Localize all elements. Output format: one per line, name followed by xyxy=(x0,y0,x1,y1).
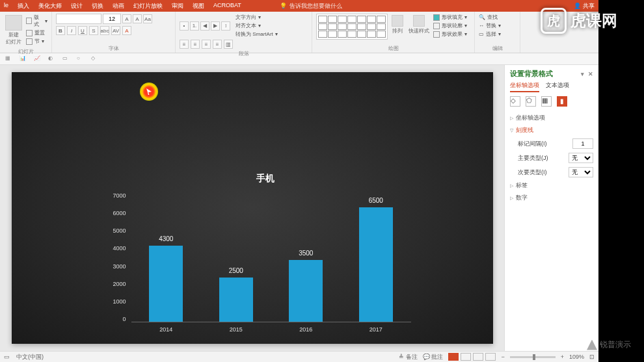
section-tick-marks[interactable]: 刻度线 xyxy=(510,124,593,136)
watermark-bottom: 锐普演示 xyxy=(587,339,631,350)
font-color-button[interactable]: A xyxy=(122,26,131,35)
tab-animations[interactable]: 动画 xyxy=(113,2,124,10)
shadow-button[interactable]: abc xyxy=(100,26,109,35)
tab-view[interactable]: 视图 xyxy=(193,2,204,10)
tab-file[interactable]: le xyxy=(4,2,8,10)
replace-button[interactable]: ↔替换 ▾ xyxy=(479,22,516,29)
bold-button[interactable]: B xyxy=(56,26,65,35)
tell-me-search[interactable]: 💡 告诉我您想要做什么 xyxy=(280,2,342,10)
numbering-button[interactable]: 1. xyxy=(190,21,199,31)
clear-format-button[interactable]: Aa xyxy=(143,14,152,23)
bar[interactable]: 6500 xyxy=(359,207,393,322)
arrange-button[interactable]: 排列 xyxy=(390,14,405,36)
increase-indent-button[interactable]: ▶ xyxy=(211,21,220,31)
main-area: 手机 01000200030004000500060007000 4300250… xyxy=(0,65,598,351)
layout-button[interactable]: 版式 ▾ xyxy=(26,14,47,28)
line-spacing-button[interactable]: ↕ xyxy=(221,21,230,31)
normal-view-button[interactable] xyxy=(448,353,459,361)
tab-insert[interactable]: 插入 xyxy=(18,2,29,10)
align-text-button[interactable]: 对齐文本 ▾ xyxy=(235,22,278,29)
shape-fill-button[interactable]: 形状填充 ▾ xyxy=(433,14,467,21)
font-family-select[interactable] xyxy=(56,14,101,24)
slide-editor[interactable]: 手机 01000200030004000500060007000 4300250… xyxy=(0,65,504,351)
qa-icon-5[interactable]: ▭ xyxy=(62,55,70,63)
font-size-select[interactable] xyxy=(103,14,121,24)
tab-beautify[interactable]: 美化大师 xyxy=(38,2,62,10)
align-right-button[interactable]: ≡ xyxy=(202,40,211,49)
fit-window-button[interactable]: ⊡ xyxy=(589,354,595,360)
bar[interactable]: 4300 xyxy=(149,246,183,322)
find-button[interactable]: 🔍查找 xyxy=(479,14,516,21)
effects-icon[interactable]: ⬠ xyxy=(526,96,536,107)
tab-slideshow[interactable]: 幻灯片放映 xyxy=(133,2,163,10)
text-options-tab[interactable]: 文本选项 xyxy=(546,81,569,92)
section-number[interactable]: 数字 xyxy=(510,192,593,204)
powerpoint-window: le 插入 美化大师 设计 切换 动画 幻灯片放映 审阅 视图 ACROBAT … xyxy=(0,0,598,362)
comments-button[interactable]: 💬 批注 xyxy=(423,353,444,361)
qa-icon-6[interactable]: ○ xyxy=(77,55,85,63)
qa-icon-4[interactable]: ◐ xyxy=(48,55,56,63)
decrease-indent-button[interactable]: ◀ xyxy=(200,21,209,31)
title-bar: le 插入 美化大师 设计 切换 动画 幻灯片放映 审阅 视图 ACROBAT … xyxy=(0,0,598,12)
slide-canvas[interactable]: 手机 01000200030004000500060007000 4300250… xyxy=(12,72,493,344)
zoom-in-button[interactable]: + xyxy=(561,354,564,360)
slideshow-view-button[interactable] xyxy=(485,353,496,361)
size-icon[interactable]: ▦ xyxy=(541,96,552,107)
select-icon: ▭ xyxy=(479,31,484,37)
bar[interactable]: 2500 xyxy=(219,278,253,322)
bar-value-label: 4300 xyxy=(159,235,173,242)
section-labels[interactable]: 标签 xyxy=(510,179,593,192)
major-type-select[interactable]: 无 xyxy=(569,153,593,163)
section-button[interactable]: 节 ▾ xyxy=(26,38,47,45)
tab-acrobat[interactable]: ACROBAT xyxy=(213,2,241,10)
quick-styles-button[interactable]: 快速样式 xyxy=(407,14,431,36)
qa-icon-7[interactable]: ◇ xyxy=(91,55,99,63)
minor-type-select[interactable]: 无 xyxy=(569,167,593,177)
bullets-button[interactable]: • xyxy=(180,21,189,31)
mark-interval-input[interactable] xyxy=(572,138,593,149)
select-button[interactable]: ▭选择 ▾ xyxy=(479,31,516,38)
increase-font-button[interactable]: A xyxy=(122,14,131,23)
qa-icon-3[interactable]: 📈 xyxy=(34,55,42,63)
text-direction-button[interactable]: 文字方向 ▾ xyxy=(235,14,278,21)
columns-button[interactable]: ▥ xyxy=(224,40,233,49)
underline-button[interactable]: U xyxy=(78,26,87,35)
new-slide-button[interactable]: 新建 幻灯片 xyxy=(4,14,23,47)
shape-effects-button[interactable]: 形状效果 ▾ xyxy=(433,31,467,38)
qa-icon-1[interactable]: ▦ xyxy=(5,55,13,63)
shapes-gallery[interactable] xyxy=(316,14,388,40)
chart-title: 手机 xyxy=(256,173,275,185)
align-center-button[interactable]: ≡ xyxy=(191,40,200,49)
decrease-font-button[interactable]: A xyxy=(133,14,142,23)
language-indicator[interactable]: 中文(中国) xyxy=(16,353,44,361)
strike-button[interactable]: S xyxy=(89,26,98,35)
justify-button[interactable]: ≡ xyxy=(213,40,222,49)
sorter-view-button[interactable] xyxy=(461,353,471,361)
reset-button[interactable]: 重置 xyxy=(26,29,47,36)
bar-chart[interactable]: 手机 01000200030004000500060007000 4300250… xyxy=(109,179,422,361)
notes-button[interactable]: ≜ 备注 xyxy=(399,353,418,361)
bar[interactable]: 3500 xyxy=(289,260,323,322)
tab-design[interactable]: 设计 xyxy=(71,2,83,10)
zoom-level[interactable]: 109% xyxy=(569,354,584,360)
major-type-label: 主要类型(J) xyxy=(518,154,548,162)
fill-icon[interactable]: ◇ xyxy=(510,96,520,107)
y-tick: 6000 xyxy=(113,210,126,216)
tab-transitions[interactable]: 切换 xyxy=(92,2,103,10)
zoom-slider[interactable] xyxy=(510,356,556,358)
axis-options-tab[interactable]: 坐标轴选项 xyxy=(510,81,539,92)
section-axis-options[interactable]: 坐标轴选项 xyxy=(510,112,593,124)
smartart-button[interactable]: 转换为 SmartArt ▾ xyxy=(235,31,278,38)
shape-outline-button[interactable]: 形状轮廓 ▾ xyxy=(433,22,467,29)
pane-close-icon[interactable]: ✕ xyxy=(588,71,593,77)
axis-icon[interactable]: ▮ xyxy=(557,96,567,107)
tab-review[interactable]: 审阅 xyxy=(172,2,183,10)
reading-view-button[interactable] xyxy=(473,353,483,361)
italic-button[interactable]: I xyxy=(67,26,76,35)
spacing-button[interactable]: AV xyxy=(111,26,120,35)
pane-dropdown-icon[interactable]: ▾ xyxy=(581,71,584,77)
qa-icon-2[interactable]: 📊 xyxy=(20,55,27,63)
align-left-button[interactable]: ≡ xyxy=(180,40,189,49)
zoom-out-button[interactable]: − xyxy=(501,354,504,360)
tell-me-label: 告诉我您想要做什么 xyxy=(289,2,342,10)
